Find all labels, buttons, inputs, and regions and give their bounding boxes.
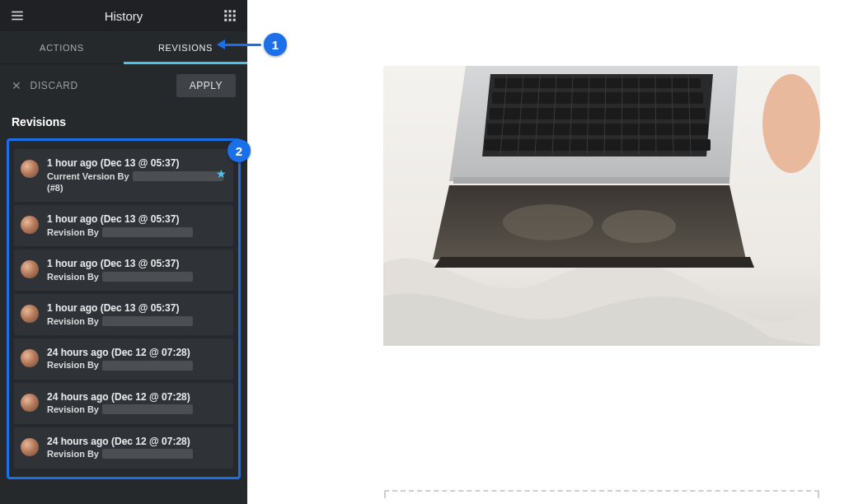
revision-item[interactable]: 1 hour ago (Dec 13 @ 05:37) Revision By [14, 294, 233, 335]
revision-number: (#8) [47, 182, 227, 194]
revision-author-line: Current Version By [47, 170, 227, 182]
author-redacted [102, 404, 193, 414]
annotation-callout-2: 2 [227, 139, 251, 162]
svg-rect-19 [492, 92, 703, 104]
revision-text: 24 hours ago (Dec 12 @ 07:28) Revision B… [47, 391, 227, 416]
revision-item[interactable]: 24 hours ago (Dec 12 @ 07:28) Revision B… [14, 338, 233, 380]
revision-by-prefix: Current Version By [47, 170, 129, 182]
avatar [21, 438, 39, 456]
apps-grid-icon[interactable] [221, 7, 239, 25]
svg-rect-6 [224, 15, 227, 17]
revision-timestamp: 1 hour ago (Dec 13 @ 05:37) [47, 157, 227, 170]
svg-rect-18 [495, 78, 701, 88]
revision-by-prefix: Revision By [47, 271, 99, 282]
revision-author-line: Revision By [47, 448, 227, 460]
author-redacted [102, 272, 193, 282]
revision-author-line: Revision By [47, 315, 227, 327]
revisions-section-title: Revisions [0, 107, 247, 135]
avatar [21, 394, 39, 412]
svg-rect-4 [229, 10, 232, 12]
svg-point-13 [762, 74, 820, 173]
close-icon: ✕ [12, 79, 22, 92]
revision-text: 24 hours ago (Dec 12 @ 07:28) Revision B… [47, 347, 227, 371]
history-sidebar: History ACTIONS REVISIONS ✕ DISCARD APPL… [0, 0, 247, 504]
revision-item[interactable]: 1 hour ago (Dec 13 @ 05:37) Revision By [14, 205, 233, 246]
svg-point-38 [602, 210, 676, 243]
svg-rect-7 [229, 15, 232, 17]
svg-rect-20 [490, 108, 706, 119]
annotation-arrow-1 [218, 41, 268, 48]
revision-text: 1 hour ago (Dec 13 @ 05:37) Revision By [47, 302, 227, 327]
svg-point-37 [503, 204, 593, 240]
discard-apply-bar: ✕ DISCARD APPLY [0, 64, 247, 107]
revision-by-prefix: Revision By [47, 315, 99, 327]
revision-text: 1 hour ago (Dec 13 @ 05:37) Revision By [47, 213, 227, 238]
revision-by-prefix: Revision By [47, 226, 99, 238]
star-icon: ★ [216, 167, 227, 180]
svg-rect-16 [453, 177, 729, 184]
svg-rect-3 [224, 10, 227, 12]
revision-timestamp: 24 hours ago (Dec 12 @ 07:28) [47, 347, 227, 360]
annotation-callout-1: 1 [264, 33, 287, 56]
revision-timestamp: 24 hours ago (Dec 12 @ 07:28) [47, 391, 227, 404]
revision-item[interactable]: 1 hour ago (Dec 13 @ 05:37) Current Vers… [14, 149, 233, 202]
author-redacted [102, 449, 193, 459]
revision-timestamp: 1 hour ago (Dec 13 @ 05:37) [47, 258, 227, 271]
panel-title: History [26, 9, 221, 23]
revision-timestamp: 24 hours ago (Dec 12 @ 07:28) [47, 436, 227, 449]
avatar [21, 260, 39, 278]
revision-item[interactable]: 1 hour ago (Dec 13 @ 05:37) Revision By [14, 250, 233, 291]
revision-timestamp: 1 hour ago (Dec 13 @ 05:37) [47, 302, 227, 315]
apply-button[interactable]: APPLY [176, 74, 236, 97]
history-tabs: ACTIONS REVISIONS [0, 31, 247, 64]
avatar [21, 349, 39, 367]
sidebar-header: History [0, 0, 247, 31]
svg-rect-11 [233, 19, 236, 21]
revision-by-prefix: Revision By [47, 448, 99, 460]
revisions-list-highlight: 1 hour ago (Dec 13 @ 05:37) Current Vers… [7, 138, 241, 479]
author-redacted [102, 316, 193, 326]
empty-section-placeholder[interactable] [384, 490, 819, 498]
svg-rect-21 [487, 124, 708, 135]
tab-actions[interactable]: ACTIONS [0, 31, 124, 63]
discard-button[interactable]: ✕ DISCARD [12, 79, 78, 92]
avatar [21, 216, 39, 234]
author-redacted [102, 361, 193, 371]
discard-label: DISCARD [30, 80, 78, 91]
revision-author-line: Revision By [47, 226, 227, 238]
avatar [21, 305, 39, 323]
revision-text: 1 hour ago (Dec 13 @ 05:37) Current Vers… [47, 157, 227, 194]
author-redacted [133, 171, 223, 181]
svg-rect-10 [229, 19, 232, 21]
hero-image[interactable] [383, 66, 820, 346]
revision-by-prefix: Revision By [47, 359, 99, 371]
svg-rect-8 [233, 15, 236, 17]
revision-by-prefix: Revision By [47, 404, 99, 415]
revision-timestamp: 1 hour ago (Dec 13 @ 05:37) [47, 213, 227, 226]
author-redacted [102, 227, 193, 237]
svg-rect-9 [224, 19, 227, 21]
avatar [21, 160, 39, 178]
hamburger-icon[interactable] [8, 7, 26, 25]
revision-author-line: Revision By [47, 359, 227, 371]
revision-text: 24 hours ago (Dec 12 @ 07:28) Revision B… [47, 436, 227, 460]
revision-item[interactable]: 24 hours ago (Dec 12 @ 07:28) Revision B… [14, 383, 233, 424]
editor-canvas[interactable] [247, 0, 849, 504]
revision-item[interactable]: 24 hours ago (Dec 12 @ 07:28) Revision B… [14, 427, 233, 469]
revision-author-line: Revision By [47, 404, 227, 415]
revision-text: 1 hour ago (Dec 13 @ 05:37) Revision By [47, 258, 227, 282]
svg-rect-5 [233, 10, 236, 12]
revision-author-line: Revision By [47, 271, 227, 282]
svg-marker-36 [434, 257, 754, 268]
